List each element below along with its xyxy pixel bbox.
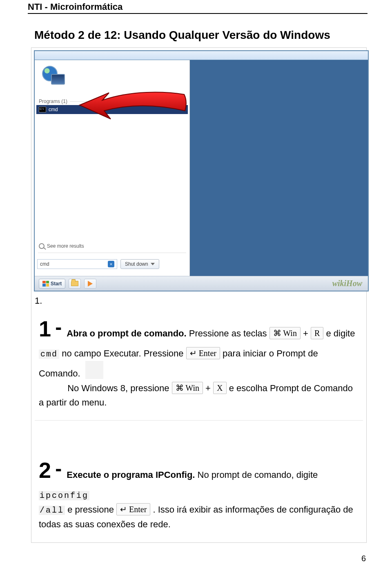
page-number: 6: [361, 554, 366, 563]
start-menu-panel: Programs (1) cmd See more results cmd: [35, 60, 190, 276]
code-cmd: cmd: [39, 349, 59, 359]
doc-header: NTI - Microinformática: [0, 0, 392, 13]
shutdown-button[interactable]: Shut down: [120, 259, 159, 269]
step-1-text-1: Pressione as teclas: [189, 328, 270, 338]
screenshot-wrap: Programs (1) cmd See more results cmd: [31, 48, 366, 294]
step-2-dash: -: [55, 458, 62, 479]
placeholder-image: [85, 361, 103, 379]
kbd-win: ⌘ Win: [270, 327, 301, 339]
chevron-down-icon: [151, 263, 155, 265]
step-1-text-3: no campo Executar. Pressione: [62, 348, 186, 358]
method-title: Método 2 de 12: Usando Qualquer Versão d…: [0, 14, 392, 47]
step-2: 2 - Execute o programa IPConfig. No prom…: [31, 448, 366, 542]
step-2-lead: Execute o programa IPConfig.: [67, 470, 195, 480]
kbd-plus-2: +: [205, 383, 211, 393]
search-icon: [39, 243, 45, 249]
windows-logo-icon: [42, 281, 49, 287]
kbd-win-2: ⌘ Win: [172, 382, 203, 394]
folder-icon: [71, 281, 78, 286]
step-1-index: 1: [39, 311, 51, 346]
step-1-lead: Abra o prompt de comando.: [67, 328, 186, 338]
task-explorer[interactable]: [69, 279, 81, 289]
start-search-input[interactable]: cmd ×: [37, 259, 117, 269]
step-1-dash: -: [55, 316, 62, 338]
kbd-plus-1: +: [303, 328, 308, 338]
task-media-player[interactable]: [84, 279, 96, 289]
clear-search-icon[interactable]: ×: [108, 261, 114, 267]
start-button[interactable]: Start: [39, 279, 65, 289]
step-2-text-2: e pressione: [67, 504, 116, 515]
programs-heading: Programs (1): [39, 99, 67, 104]
network-globe-icon: [42, 66, 65, 85]
step-divider: [35, 420, 363, 421]
kbd-x: X: [213, 382, 226, 394]
step-1: 1 - Abra o prompt de comando. Pressione …: [31, 306, 366, 420]
search-input-value: cmd: [40, 261, 49, 267]
cmd-item-label: cmd: [49, 107, 58, 112]
code-all: /all: [39, 506, 65, 515]
ordered-list-marker: 1.: [31, 294, 366, 306]
programs-divider: [70, 101, 185, 102]
windows-screenshot: Programs (1) cmd See more results cmd: [34, 50, 369, 291]
kbd-enter-2: ↵ Enter: [116, 503, 150, 515]
code-ipconfig: ipconfig: [39, 491, 89, 500]
window-titlebar: [35, 51, 368, 60]
step-2-index: 2: [39, 453, 51, 488]
start-menu-divider: [38, 253, 186, 253]
wikihow-watermark: wikiHow: [332, 279, 362, 288]
start-button-label: Start: [51, 281, 62, 287]
see-more-label: See more results: [47, 243, 84, 249]
shutdown-label: Shut down: [125, 261, 148, 267]
see-more-results-link[interactable]: See more results: [39, 243, 84, 249]
step-1-line2-pre: No Windows 8, pressione: [67, 383, 172, 393]
taskbar: Start wikiHow: [35, 276, 368, 291]
kbd-enter-1: ↵ Enter: [186, 347, 220, 359]
start-menu-item-cmd[interactable]: cmd: [36, 105, 188, 114]
kbd-r: R: [311, 327, 323, 339]
step-2-text-1: No prompt de comando, digite: [198, 470, 318, 480]
terminal-icon: [39, 107, 46, 112]
play-icon: [88, 281, 93, 287]
content-box: Programs (1) cmd See more results cmd: [31, 47, 367, 543]
step-1-text-2: e digite: [326, 328, 355, 338]
start-search-row: cmd × Shut down: [37, 258, 187, 270]
